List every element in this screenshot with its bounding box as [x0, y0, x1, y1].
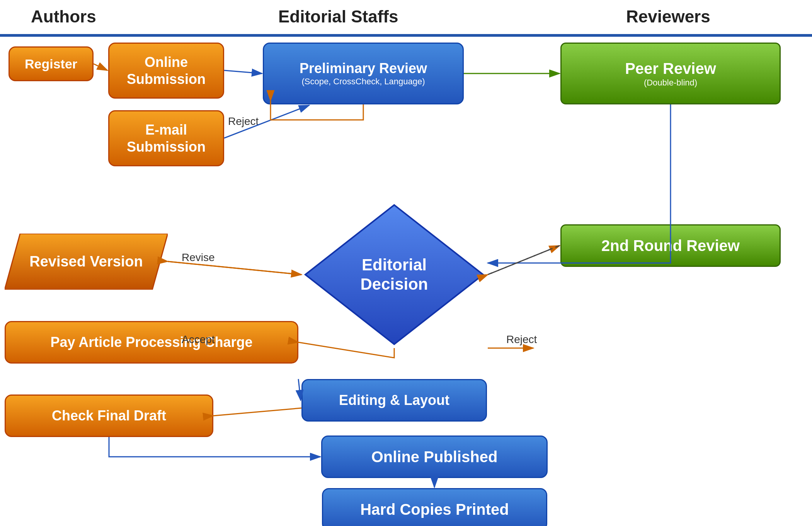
svg-line-6	[94, 64, 107, 70]
check-final-draft-box: Check Final Draft	[5, 394, 213, 437]
revised-version-box: Revised Version	[5, 234, 168, 290]
svg-line-7	[224, 70, 262, 73]
editing-layout-box: Editing & Layout	[301, 379, 487, 422]
second-round-review-box: 2nd Round Review	[560, 224, 781, 267]
diagram-container: Authors Editorial Staffs Reviewers Regis…	[0, 0, 812, 526]
register-box: Register	[9, 46, 94, 81]
online-submission-box: Online Submission	[108, 43, 224, 99]
authors-header: Authors	[31, 7, 96, 26]
reject2-label: Reject	[506, 333, 537, 346]
preliminary-review-box: Preliminary Review (Scope, CrossCheck, L…	[263, 43, 464, 104]
divider-line	[0, 34, 812, 37]
reviewers-header: Reviewers	[626, 7, 710, 26]
email-submission-box: E-mail Submission	[108, 110, 224, 166]
pay-apc-box: Pay Article Processing Charge	[5, 321, 298, 364]
svg-line-14	[488, 246, 560, 275]
online-published-box: Online Published	[321, 435, 548, 478]
reject1-label: Reject	[228, 115, 259, 128]
editorial-header: Editorial Staffs	[278, 7, 398, 26]
accept-label: Accept	[182, 333, 215, 346]
peer-review-box: Peer Review (Double-blind)	[560, 43, 781, 104]
revise-label: Revise	[182, 251, 215, 264]
svg-line-16	[213, 408, 301, 416]
svg-line-13	[488, 246, 560, 275]
hard-copies-box: Hard Copies Printed	[322, 488, 547, 526]
editorial-decision-diamond: Editorial Decision	[301, 201, 487, 348]
svg-line-15	[298, 379, 301, 400]
